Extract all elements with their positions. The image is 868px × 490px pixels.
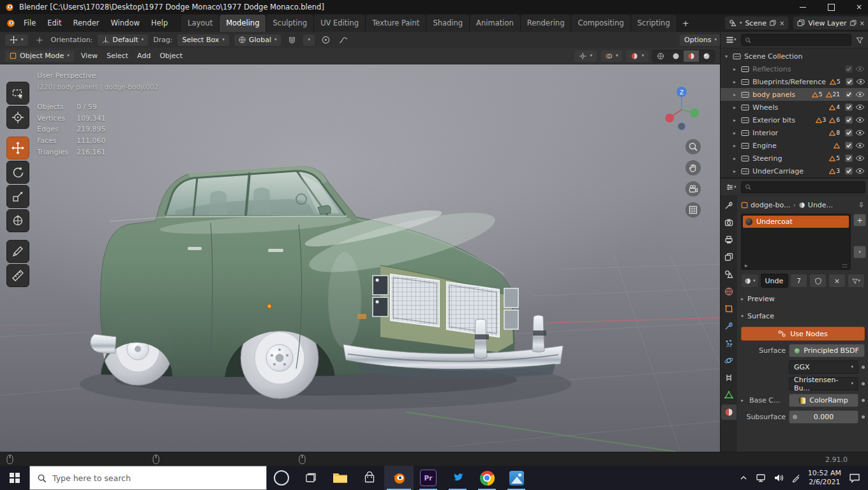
breadcrumb-material[interactable]: Unde... (808, 201, 833, 209)
material-slot-list[interactable]: Undercoat ▸ :::: (741, 214, 851, 270)
collection-name[interactable]: Wheels (752, 103, 778, 112)
outliner-row-reflections[interactable]: ▸Reflections (721, 63, 868, 75)
close-icon[interactable]: × (860, 20, 865, 27)
orientation-dropdown[interactable]: Default ▾ (98, 34, 148, 46)
menu-render[interactable]: Render (68, 16, 105, 30)
exclude-checkbox[interactable] (845, 116, 853, 124)
unlink-material-button[interactable]: × (828, 274, 846, 288)
collection-name[interactable]: Engine (752, 142, 777, 150)
exclude-checkbox[interactable] (845, 91, 853, 98)
base-color-button[interactable]: ColorRamp (789, 394, 858, 407)
microsoft-store-button[interactable] (355, 466, 384, 490)
pin-icon[interactable] (858, 202, 865, 209)
eye-icon[interactable] (855, 66, 865, 72)
outliner-row-undercarriage[interactable]: ▸UnderCarriage3 (721, 165, 868, 177)
expand-arrow-icon[interactable]: ▸ (733, 105, 739, 110)
minimize-button[interactable] (789, 0, 817, 14)
outliner-row-steering[interactable]: ▸Steering5 (721, 152, 868, 165)
exclude-checkbox[interactable] (845, 167, 853, 175)
outliner-row-blueprints-reference[interactable]: ▸Blueprints/Reference5 (721, 75, 868, 88)
exclude-checkbox[interactable] (845, 129, 853, 137)
navigation-gizmo[interactable]: Z (661, 84, 702, 133)
menu-help[interactable]: Help (146, 16, 174, 30)
exclude-checkbox[interactable] (845, 142, 853, 149)
eye-icon[interactable] (855, 142, 865, 149)
chrome-button[interactable] (472, 466, 502, 490)
transform-gizmo-icon[interactable] (33, 34, 46, 46)
surface-panel-header[interactable]: ▾ Surface (741, 310, 865, 322)
camera-view-icon[interactable] (685, 181, 701, 197)
properties-editor-type-icon[interactable]: ▾ (724, 181, 738, 193)
tool-move-button[interactable] (6, 137, 29, 160)
notification-center-icon[interactable] (849, 473, 860, 483)
tool-measure-button[interactable] (6, 264, 29, 287)
tool-scale-button[interactable] (6, 185, 29, 208)
eye-icon[interactable] (855, 155, 865, 161)
subsurface-slider[interactable]: 0.000 (789, 410, 858, 424)
close-button[interactable]: × (845, 0, 868, 14)
outliner-row-scene-collection[interactable]: ▾Scene Collection (721, 50, 868, 63)
shading-dropdown[interactable]: ▾ (626, 50, 648, 62)
surface-shader-button[interactable]: Principled BSDF (789, 344, 865, 357)
expand-arrow-icon[interactable]: ▾ (725, 54, 731, 59)
outliner-display-mode-dropdown[interactable]: ▾ (724, 34, 738, 46)
eye-icon[interactable] (855, 91, 865, 98)
taskbar-clock[interactable]: 10:52 AM 2/6/2021 (808, 469, 841, 487)
shading-solid-button[interactable] (668, 50, 684, 62)
viewport-menu-object[interactable]: Object (155, 49, 187, 63)
photos-button[interactable] (502, 466, 531, 490)
viewport-3d[interactable]: Object Mode ▾ ViewSelectAddObject ▾ ▾ ▾ (0, 48, 720, 452)
properties-tab-tool[interactable] (721, 198, 737, 213)
outliner-search-input[interactable] (741, 34, 851, 46)
eye-icon[interactable] (855, 117, 865, 123)
blender-menu-icon[interactable] (4, 17, 18, 29)
outliner-row-wheels[interactable]: ▸Wheels4 (721, 101, 868, 114)
exclude-checkbox[interactable] (846, 78, 853, 85)
shading-material-button[interactable] (684, 50, 699, 62)
expand-arrow-icon[interactable]: ▸ (733, 168, 739, 174)
material-slot[interactable]: Undercoat (743, 216, 849, 228)
tool-box-select-button[interactable] (6, 82, 29, 105)
workspace-tab-uv-editing[interactable]: UV Editing (314, 15, 366, 32)
expand-arrow-icon[interactable]: ▸ (733, 79, 739, 85)
pan-hand-icon[interactable] (685, 160, 701, 175)
properties-tab-material[interactable] (721, 405, 737, 420)
tray-expand-icon[interactable] (739, 474, 748, 482)
properties-tab-object[interactable] (721, 301, 737, 316)
properties-tab-physics[interactable] (721, 353, 737, 368)
distribution-dropdown[interactable]: GGX ▾ (789, 360, 858, 374)
properties-search-input[interactable] (741, 181, 865, 193)
workspace-tab-scripting[interactable]: Scripting (631, 15, 677, 32)
properties-tab-object-data[interactable] (721, 387, 737, 403)
view-layer-selector[interactable]: View Layer × (793, 16, 868, 30)
outliner-row-engine[interactable]: ▸Engine (721, 139, 868, 152)
material-name-field[interactable]: Unde (761, 274, 788, 288)
options-dropdown[interactable]: Options ▾ (680, 34, 721, 46)
snap-magnet-icon[interactable] (286, 34, 298, 46)
file-explorer-button[interactable] (326, 466, 355, 490)
tool-annotate-button[interactable] (6, 240, 29, 263)
collection-name[interactable]: Reflections (752, 65, 791, 73)
collection-name[interactable]: UnderCarriage (752, 167, 804, 175)
blender-taskbar-button[interactable] (384, 466, 414, 490)
use-nodes-button[interactable]: Use Nodes (741, 327, 865, 341)
falloff-curve-icon[interactable] (337, 34, 350, 46)
maximize-button[interactable] (817, 0, 845, 14)
properties-tab-world[interactable] (721, 284, 737, 299)
collection-name[interactable]: Interior (752, 129, 778, 137)
workspace-tab-sculpting[interactable]: Sculpting (266, 15, 314, 32)
ortho-toggle-icon[interactable] (685, 202, 701, 218)
proportional-editing-icon[interactable] (320, 34, 332, 46)
transform-space-dropdown[interactable]: Global ▾ (234, 34, 281, 46)
twitter-button[interactable] (443, 466, 472, 490)
preview-panel-header[interactable]: ▸ Preview (741, 293, 865, 305)
animate-dot-icon[interactable] (862, 366, 865, 369)
outliner-row-interior[interactable]: ▸Interior8 (721, 126, 868, 139)
eye-icon[interactable] (855, 104, 865, 110)
browse-material-button[interactable]: ▾ (741, 274, 759, 288)
workspace-tab-compositing[interactable]: Compositing (571, 15, 631, 32)
copy-icon[interactable] (770, 20, 776, 26)
copy-icon[interactable] (850, 20, 857, 26)
expand-arrow-icon[interactable]: ▸ (733, 156, 739, 161)
network-icon[interactable] (756, 473, 766, 482)
